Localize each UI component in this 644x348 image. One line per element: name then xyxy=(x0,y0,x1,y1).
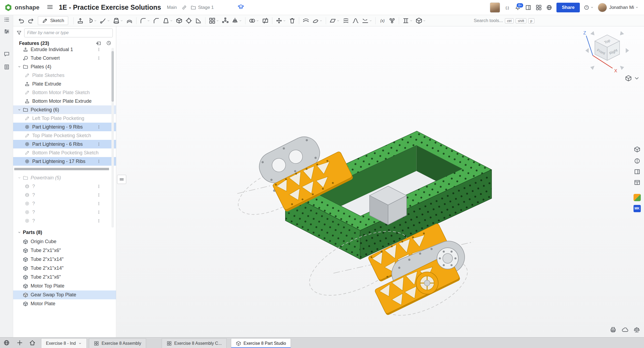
chevron-down-icon[interactable] xyxy=(319,19,323,22)
feature-item-unknown[interactable]: ? xyxy=(13,216,116,225)
chevron-down-icon[interactable] xyxy=(16,108,22,112)
measure-button[interactable] xyxy=(633,326,640,334)
feature-item-tube-convert[interactable]: Tube Convert xyxy=(13,54,116,62)
custom-tables-button[interactable] xyxy=(632,178,642,187)
chevron-down-icon[interactable] xyxy=(216,19,219,22)
stage-selector[interactable]: Stage 1 xyxy=(191,5,214,10)
feature-item-bottom-motor-plate-extrude[interactable]: Bottom Motor Plate Extrude xyxy=(13,97,116,105)
chevron-down-icon[interactable] xyxy=(369,19,372,22)
feature-item-extrude-individual-1[interactable]: Extrude Individual 1 xyxy=(13,47,116,54)
thicken-tool-button[interactable] xyxy=(125,16,134,25)
feature-item-bottom-motor-plate-sketch[interactable]: Bottom Motor Plate Sketch xyxy=(13,88,116,97)
feature-item-plate-extrude[interactable]: Plate Extrude xyxy=(13,80,116,88)
parts-header-row[interactable]: Parts (8) xyxy=(13,228,116,237)
chevron-down-icon[interactable] xyxy=(78,342,82,345)
feature-scrollbar[interactable] xyxy=(111,48,114,228)
section-view-button[interactable] xyxy=(632,156,642,165)
chevron-down-icon[interactable] xyxy=(239,19,242,22)
onshape-logo[interactable]: onshape xyxy=(4,3,39,12)
feature-item-unknown[interactable]: ? xyxy=(13,208,116,216)
feature-item-plates-4[interactable]: Plates (4) xyxy=(13,62,116,71)
delete-part-tool-button[interactable] xyxy=(287,16,297,25)
bom-panel-button[interactable] xyxy=(2,63,11,71)
feature-item-bottom-plate-pocketing-sketch[interactable]: Bottom Plate Pocketing Sketch xyxy=(13,148,116,157)
redo-button[interactable] xyxy=(26,16,36,25)
transform-tool-button[interactable] xyxy=(274,16,287,25)
hole-tool-button[interactable] xyxy=(184,16,194,25)
insert-folder-button[interactable] xyxy=(95,40,102,47)
chevron-down-icon[interactable] xyxy=(410,19,413,22)
chevron-down-icon[interactable] xyxy=(16,230,22,234)
variable-tool-button[interactable]: (x) xyxy=(378,16,387,25)
filter-input[interactable] xyxy=(24,29,113,37)
help-menu[interactable]: ? xyxy=(584,5,594,10)
add-tab-button[interactable] xyxy=(16,339,23,346)
model-scene[interactable] xyxy=(117,26,644,337)
history-button[interactable] xyxy=(105,40,112,47)
comments-panel-button[interactable] xyxy=(2,50,11,58)
reference-panel-button[interactable] xyxy=(525,4,531,11)
notifications-button[interactable]: 8+ xyxy=(515,4,521,11)
variable-studio-tool-button[interactable] xyxy=(387,16,397,25)
split-tool-button[interactable] xyxy=(261,16,270,25)
chevron-down-icon[interactable] xyxy=(283,19,286,22)
part-item-tube-2-x1-x14[interactable]: Tube 2"x1"x14" xyxy=(13,264,116,273)
mirror-tool-button[interactable] xyxy=(230,16,243,25)
feature-item-left-top-plate-pocketing[interactable]: Left Top Plate Pocketing xyxy=(13,114,116,123)
featurescript-button[interactable]: {;} xyxy=(504,4,511,11)
shell-tool-button[interactable] xyxy=(174,16,184,25)
revolve-tool-button[interactable] xyxy=(85,16,98,25)
chevron-down-icon[interactable] xyxy=(170,19,173,22)
share-button[interactable]: Share xyxy=(556,3,580,12)
cloud-status-button[interactable] xyxy=(621,326,628,334)
sweep-tool-button[interactable] xyxy=(98,16,111,25)
named-views-button[interactable] xyxy=(632,167,642,176)
circular-pattern-tool-button[interactable] xyxy=(220,16,230,25)
spline-tool-button[interactable] xyxy=(351,16,360,25)
feature-item-pocketing-6[interactable]: Pocketing (6) xyxy=(13,105,116,114)
viewport-3d[interactable]: Z X Top Front Right MK xyxy=(117,26,644,337)
learning-center-icon[interactable] xyxy=(237,3,244,12)
classroom-avatar[interactable] xyxy=(490,2,500,13)
tab-exercise-8-assembly-c[interactable]: Exercise 8 Assembly C... xyxy=(162,338,227,348)
offset-surface-tool-button[interactable] xyxy=(301,16,311,25)
part-item-tube-2-x1-x6[interactable]: Tube 2"x1"x6" xyxy=(13,273,116,282)
branch-label[interactable]: Main xyxy=(167,5,177,10)
helix-tool-button[interactable] xyxy=(341,16,351,25)
feature-item-unknown[interactable]: ? xyxy=(13,191,116,199)
tab-exercise-8-ind[interactable]: Exercise 8 - Ind xyxy=(41,338,87,348)
sketch-button[interactable]: Sketch xyxy=(38,16,68,25)
feature-item-part-lightening-6-ribs[interactable]: Part Lightening - 6 Ribs xyxy=(13,140,116,148)
frame-tool-button[interactable] xyxy=(401,16,414,25)
part-item-tube-2-x1-x6[interactable]: Tube 2"x1"x6" xyxy=(13,246,116,255)
configurations-panel-button[interactable] xyxy=(2,27,11,35)
rollback-handle[interactable] xyxy=(117,175,126,184)
fillet-tool-button[interactable] xyxy=(138,16,151,25)
part-item-motor-plate[interactable]: Motor Plate xyxy=(13,299,116,308)
boolean-tool-button[interactable] xyxy=(247,16,261,25)
view-cube[interactable]: Z X Top Front Right xyxy=(576,29,638,74)
project-curve-tool-button[interactable] xyxy=(360,16,374,25)
search-tools[interactable]: Search tools... ctrlshiftp xyxy=(474,15,534,26)
part-item-gear-swap-top-plate[interactable]: Gear Swap Top Plate xyxy=(13,290,116,299)
chevron-down-icon[interactable] xyxy=(94,19,97,22)
loft-tool-button[interactable] xyxy=(111,16,125,25)
extrude-tool-button[interactable] xyxy=(75,16,85,25)
app-store-button[interactable] xyxy=(536,4,542,11)
chevron-down-icon[interactable] xyxy=(120,19,123,22)
part-item-motor-top-plate[interactable]: Motor Top Plate xyxy=(13,282,116,290)
part-item-origin-cube[interactable]: Origin Cube xyxy=(13,237,116,246)
undo-button[interactable] xyxy=(16,16,26,25)
chevron-down-icon[interactable] xyxy=(16,176,22,180)
color-app-button[interactable] xyxy=(632,193,642,202)
view-menu-button[interactable] xyxy=(625,75,640,82)
feature-item-unknown[interactable]: ? xyxy=(13,199,116,208)
linear-pattern-tool-button[interactable] xyxy=(207,16,220,25)
feature-item-part-lightening-9-ribs[interactable]: Part Lightening - 9 Ribs xyxy=(13,123,116,131)
document-search-button[interactable] xyxy=(3,339,10,346)
language-button[interactable] xyxy=(546,4,552,11)
part-item-tube-2-x1-x14[interactable]: Tube 2"x1"x14" xyxy=(13,255,116,264)
feature-item-part-lightening-17-ribs[interactable]: Part Lightening - 17 Ribs xyxy=(13,157,116,166)
tab-exercise-8-part-studio[interactable]: Exercise 8 Part Studio xyxy=(231,338,291,348)
feature-item-unknown[interactable]: ? xyxy=(13,182,116,191)
